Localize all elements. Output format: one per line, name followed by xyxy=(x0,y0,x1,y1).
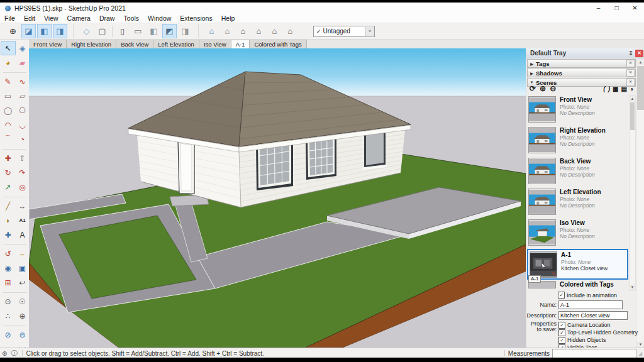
position-camera-tool[interactable]: ⊙ xyxy=(1,294,16,309)
menu-file[interactable]: File xyxy=(0,14,19,22)
left-view-icon[interactable]: ⌂ xyxy=(283,24,297,38)
scene-tab-right-elevation[interactable]: Right Elevation xyxy=(67,40,116,48)
scene-item-iso-view[interactable]: Iso ViewPhoto: NoneNo Description xyxy=(527,218,628,249)
protractor-tool[interactable]: ◗ xyxy=(1,213,16,228)
display-section-planes-icon[interactable]: ◪ xyxy=(21,24,36,38)
scene-item-left-elevation[interactable]: Left ElevationPhoto: NoneNo Description xyxy=(527,187,628,218)
close-button[interactable]: ✕ xyxy=(626,3,644,14)
close-icon[interactable]: ✕ xyxy=(626,69,635,77)
menu-extensions[interactable]: Extensions xyxy=(175,14,216,22)
scroll-up-icon[interactable]: ▲ xyxy=(630,96,635,102)
scene-options-icon[interactable]: ◑ xyxy=(630,85,633,92)
move-scene-down-icon[interactable]: ( xyxy=(603,85,605,92)
offset-tool[interactable]: ◎ xyxy=(15,180,30,194)
pan-tool[interactable]: ⇔ xyxy=(15,246,30,261)
eraser-tool[interactable]: ▰ xyxy=(15,55,30,70)
back-edges-icon[interactable]: ▢ xyxy=(95,24,109,38)
scene-tab-left-elevation[interactable]: Left Elevation xyxy=(153,40,199,48)
scrollbar-thumb[interactable] xyxy=(637,66,644,110)
model-viewport[interactable] xyxy=(29,48,526,348)
scene-tab-back-view[interactable]: Back View xyxy=(116,40,153,48)
scene-description-input[interactable] xyxy=(558,311,628,320)
menu-edit[interactable]: Edit xyxy=(19,14,40,22)
orbit-tool[interactable]: ↺ xyxy=(1,246,16,261)
view-options-icon[interactable]: ▦ xyxy=(613,85,618,92)
move-tool[interactable]: ✚ xyxy=(1,151,16,165)
include-in-animation-checkbox[interactable]: ✓ xyxy=(558,292,565,299)
scene-tab-front-view[interactable]: Front View xyxy=(29,40,67,48)
pie-tool[interactable]: ◔ xyxy=(15,132,30,146)
expand-arrow-icon[interactable]: ▶ xyxy=(528,62,536,66)
section-plane-icon[interactable]: ⊕ xyxy=(6,24,20,38)
right-view-icon[interactable]: ⌂ xyxy=(252,24,266,38)
pin-icon[interactable]: ↧ xyxy=(626,50,635,57)
zoom-window-tool[interactable]: ▣ xyxy=(15,261,30,275)
rotated-rectangle-tool[interactable]: ▱ xyxy=(15,89,30,103)
close-icon[interactable]: ✕ xyxy=(626,60,635,67)
menu-camera[interactable]: Camera xyxy=(63,14,95,22)
select-tool[interactable]: ↖ xyxy=(1,41,16,55)
follow-me-tool[interactable]: ↷ xyxy=(15,165,30,180)
move-scene-up-icon[interactable]: ) xyxy=(608,85,610,92)
remove-scene-icon[interactable]: ⊖ xyxy=(550,84,556,93)
arc-tool[interactable]: ◠ xyxy=(1,118,16,132)
minimize-button[interactable]: – xyxy=(589,3,608,14)
expand-arrow-icon[interactable]: ▶ xyxy=(528,71,536,75)
tags-combobox[interactable]: ✓ Untagged ˅ xyxy=(313,26,375,37)
zoom-extents-tool[interactable]: ⊞ xyxy=(1,275,16,290)
scene-name-input[interactable] xyxy=(558,300,623,309)
tape-measure-tool[interactable]: ╱ xyxy=(1,199,16,213)
scene-tab-a-1[interactable]: A-1 xyxy=(231,40,250,48)
navigation-compass-tool[interactable]: ⊕ xyxy=(15,309,30,323)
display-section-cuts-icon[interactable]: ◧ xyxy=(37,24,52,38)
top-view-icon[interactable]: ⌂ xyxy=(220,24,235,38)
line-tool[interactable]: ✎ xyxy=(1,74,16,89)
chevron-down-icon[interactable]: ˅ xyxy=(365,27,374,36)
hidden-line-icon[interactable]: ▭ xyxy=(131,24,145,38)
wireframe-icon[interactable]: ▯ xyxy=(115,24,130,38)
zoom-previous-tool[interactable]: ↩ xyxy=(15,275,30,290)
resize-grip-icon[interactable]: ◢ xyxy=(636,351,644,356)
push-pull-tool[interactable]: ⇧ xyxy=(15,151,30,165)
tray-section-tags[interactable]: ▶Tags✕ xyxy=(527,59,636,68)
three-point-arc-tool[interactable]: ⌒ xyxy=(1,132,16,146)
menu-window[interactable]: Window xyxy=(143,14,175,22)
text-tool[interactable]: A1 xyxy=(15,213,30,228)
display-section-planes-tool[interactable]: ⊜ xyxy=(15,327,30,342)
info-icon[interactable]: ⓘ xyxy=(11,349,17,358)
look-around-tool[interactable]: ☉ xyxy=(15,294,30,309)
measurements-input[interactable] xyxy=(552,349,636,358)
x-ray-icon[interactable]: ◇ xyxy=(79,24,94,38)
paint-bucket-tool[interactable]: ◕ xyxy=(1,55,16,70)
scene-item-right-elevation[interactable]: Right ElevationPhoto: NoneNo Description xyxy=(527,126,628,156)
two-point-arc-tool[interactable]: ◡ xyxy=(15,118,30,132)
scene-item-a-1[interactable]: ✎A-1Photo: NoneKitchen Closet view xyxy=(527,249,628,280)
shaded-with-textures-icon[interactable]: ◩ xyxy=(162,24,177,38)
back-view-icon[interactable]: ⌂ xyxy=(267,24,282,38)
front-view-icon[interactable]: ⌂ xyxy=(236,24,250,38)
scene-item-colored-with-tags[interactable]: Colored with Tags xyxy=(527,280,628,290)
rotate-tool[interactable]: ↻ xyxy=(1,165,16,180)
scene-tab-iso-view[interactable]: Iso View xyxy=(199,40,231,48)
polygon-tool[interactable]: ⎔ xyxy=(15,103,30,118)
walk-tool[interactable]: ∴ xyxy=(1,309,16,323)
menu-tools[interactable]: Tools xyxy=(119,14,143,22)
maximize-button[interactable]: □ xyxy=(608,3,626,14)
dimension-tool[interactable]: ↔ xyxy=(15,199,30,213)
top-level-hidden-geometry-checkbox[interactable]: ✓ xyxy=(558,329,565,336)
zoom-tool[interactable]: ◉ xyxy=(1,261,16,275)
menu-draw[interactable]: Draw xyxy=(95,14,119,22)
rectangle-tool[interactable]: ▭ xyxy=(1,89,16,103)
shaded-icon[interactable]: ◧ xyxy=(147,24,161,38)
geolocation-icon[interactable]: ⊛ xyxy=(2,350,7,357)
display-section-fill-icon[interactable]: ◨ xyxy=(53,24,67,38)
iso-view-icon[interactable]: ⌂ xyxy=(204,24,219,38)
tray-close-button[interactable]: ✕ xyxy=(635,50,643,57)
three-d-text-tool[interactable]: A xyxy=(15,228,30,242)
axes-tool[interactable]: ✚ xyxy=(1,228,16,242)
camera-location-checkbox[interactable]: ✓ xyxy=(558,322,565,329)
add-scene-icon[interactable]: ⊕ xyxy=(540,84,546,93)
scrollbar-thumb[interactable] xyxy=(630,102,635,130)
scene-item-back-view[interactable]: Back ViewPhoto: NoneNo Description xyxy=(527,156,628,187)
tray-scrollbar[interactable]: ▲ ▼ xyxy=(636,59,644,348)
